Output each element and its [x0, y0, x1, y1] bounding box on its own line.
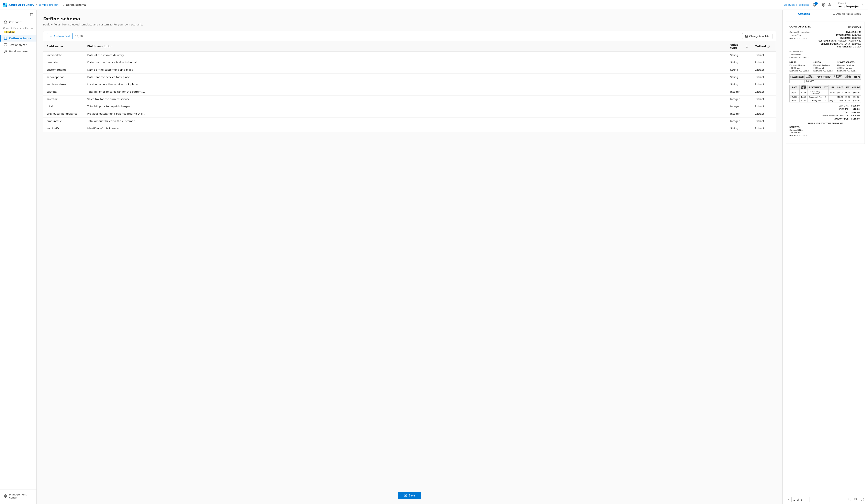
cell-description: Total bill prior to sales tax for the cu…	[84, 88, 727, 95]
svg-rect-6	[30, 13, 33, 16]
save-button[interactable]: Save	[398, 492, 421, 499]
invoice-totals: SUBTOTAL$100.00 SALES TAX$10.00 TOTAL$11…	[789, 104, 861, 121]
current-page: 1	[793, 498, 795, 501]
save-bar: Save	[37, 492, 783, 499]
right-panel: Content Additional settings CONTOSO LTD.…	[783, 10, 868, 504]
cell-valuetype: String	[727, 59, 752, 66]
cell-fieldname: amountdue	[43, 117, 84, 125]
sidebar-item-management[interactable]: Management center	[0, 491, 37, 501]
cell-method: Extract	[752, 103, 776, 110]
sidebar-item-test-analyzer[interactable]: Test analyzer	[0, 42, 37, 48]
table-row: duedate Date that the invoice is due to …	[43, 59, 776, 66]
tab-additional-settings[interactable]: Additional settings	[825, 10, 868, 18]
invoice-company: CONTOSO LTD.	[789, 25, 811, 28]
cell-method: Extract	[752, 110, 776, 117]
svg-rect-1	[6, 3, 7, 5]
table-row: total Total bill prior to unpaid charges…	[43, 103, 776, 110]
table-row: serviceperiod Date that the service took…	[43, 73, 776, 81]
fit-page-button[interactable]	[860, 497, 865, 502]
topnav: Azure AI Foundry / sample-project / Defi…	[0, 0, 868, 10]
sidebar-item-define-schema-label: Define schema	[9, 37, 31, 40]
cell-method: Extract	[752, 95, 776, 103]
invoice-order-table: SALESPERSONP.O. NUMBERREQUISITIONERSHIPP…	[789, 74, 861, 83]
cell-method: Extract	[752, 59, 776, 66]
table-row: customername Name of the customer being …	[43, 66, 776, 73]
cell-fieldname: customername	[43, 66, 84, 73]
valuetype-info-icon[interactable]: i	[746, 45, 748, 48]
cell-description: Location where the service took place	[84, 81, 727, 88]
right-panel-content: CONTOSO LTD. INVOICE Contoso Headquarter…	[783, 18, 868, 495]
cell-description: Previous outstanding balance prior to th…	[84, 110, 727, 117]
cell-fieldname: total	[43, 103, 84, 110]
tab-content[interactable]: Content	[783, 10, 825, 18]
svg-point-4	[823, 4, 824, 5]
prev-page-button[interactable]	[786, 497, 792, 502]
breadcrumb: Azure AI Foundry / sample-project / Defi…	[3, 3, 86, 7]
topnav-right: All hubs + projects 1 Project sample-pro…	[784, 2, 865, 8]
right-panel-tabs: Content Additional settings	[783, 10, 868, 18]
brand[interactable]: Azure AI Foundry	[3, 3, 34, 7]
table-row: invoicedate Date of the invoice delivery…	[43, 52, 776, 59]
table-row: subtotal Total bill prior to sales tax f…	[43, 88, 776, 95]
invoice-addresses: BILL TO: Microsoft Finance123 Bill St.,R…	[789, 61, 861, 72]
th-method: Method i	[752, 41, 776, 52]
invoice-meta-right: INVOICE: INV-10 INVOICE DATE: 12/15/201 …	[818, 31, 861, 48]
main-layout: Overview Content Understanding PREVIEW D…	[0, 10, 868, 504]
cell-fieldname: serviceperiod	[43, 73, 84, 81]
table-row: amountdue Total amount billed to the cus…	[43, 117, 776, 125]
table-row: salestax Sales tax for the current servi…	[43, 95, 776, 103]
cell-valuetype: Integer	[727, 103, 752, 110]
content-area: Define schema Review fields from selecte…	[37, 10, 868, 504]
cell-fieldname: serviceaddress	[43, 81, 84, 88]
cell-valuetype: String	[727, 66, 752, 73]
cell-description: Identifier of this invoice	[84, 125, 727, 132]
page-subtitle: Review fields from selected template and…	[43, 23, 776, 26]
sidebar-item-overview-label: Overview	[9, 21, 22, 24]
zoom-out-button[interactable]	[847, 497, 852, 502]
cell-description: Name of the customer being billed	[84, 66, 727, 73]
cell-method: Extract	[752, 88, 776, 95]
total-pages: 1	[801, 498, 803, 501]
sidebar-toggle[interactable]	[0, 11, 37, 18]
cell-valuetype: String	[727, 81, 752, 88]
sidebar-item-build-analyzer[interactable]: Build analyzer	[0, 48, 37, 54]
notification-count: 1	[814, 2, 818, 5]
of-label: of	[796, 498, 799, 501]
svg-point-5	[829, 3, 830, 5]
schema-table: Field name Field description Value type …	[43, 41, 776, 132]
cell-method: Extract	[752, 117, 776, 125]
add-new-field-button[interactable]: Add new field	[46, 33, 73, 39]
sidebar-section-cu: Content Understanding	[0, 25, 37, 30]
cell-valuetype: Integer	[727, 117, 752, 125]
settings-icon-button[interactable]	[822, 3, 825, 7]
page-title-breadcrumb: Define schema	[66, 3, 86, 6]
svg-rect-3	[6, 5, 7, 7]
cell-description: Total bill prior to unpaid charges	[84, 103, 727, 110]
cell-valuetype: Integer	[727, 110, 752, 117]
project-switcher[interactable]: Project sample-project	[835, 2, 865, 8]
cell-fieldname: duedate	[43, 59, 84, 66]
invoice-ship-from: Microsoft Corp123 Other St.Redmond WA, 9…	[789, 50, 861, 59]
cell-valuetype: String	[727, 125, 752, 132]
cell-description: Sales tax for the current service	[84, 95, 727, 103]
cell-method: Extract	[752, 66, 776, 73]
invoice-address-block: Contoso Headquarters123 456th StNew York…	[789, 31, 810, 46]
invoice-line-table: DATEITEM CODEDESCRIPTIONQTYUMPRICETAXAMO…	[789, 85, 861, 102]
sidebar-item-define-schema[interactable]: Define schema	[0, 35, 37, 42]
sidebar-item-overview[interactable]: Overview	[0, 19, 37, 25]
cell-fieldname: invoiceID	[43, 125, 84, 132]
change-template-button[interactable]: Change template	[742, 33, 773, 39]
svg-rect-8	[4, 37, 7, 40]
invoice-remit: REMIT TO: Contoso Billing123 Remit StNew…	[789, 126, 861, 137]
th-fieldname: Field name	[43, 41, 84, 52]
method-info-icon[interactable]: i	[767, 45, 769, 48]
table-row: invoiceID Identifier of this invoice Str…	[43, 125, 776, 132]
project-link[interactable]: sample-project	[39, 3, 62, 6]
invoice-title: INVOICE	[848, 25, 861, 28]
right-panel-footer: 1 of 1	[783, 495, 868, 504]
account-icon-button[interactable]	[828, 3, 831, 7]
zoom-in-button[interactable]	[853, 497, 858, 502]
cell-description: Date that the service took place	[84, 73, 727, 81]
hubs-link[interactable]: All hubs + projects	[784, 3, 809, 6]
next-page-button[interactable]	[804, 497, 810, 502]
